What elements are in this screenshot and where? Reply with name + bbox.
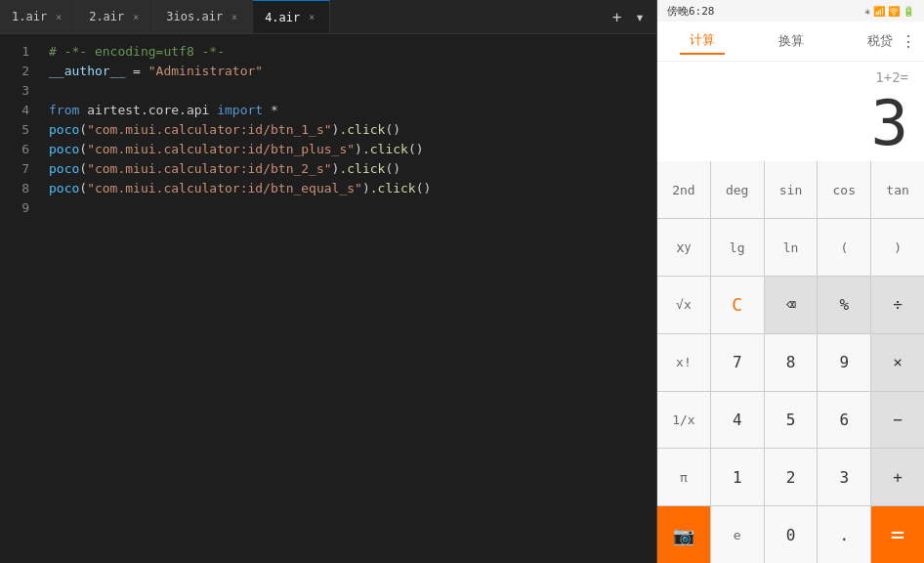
tab-2air[interactable]: 2.air × [77, 0, 154, 33]
tab-bar: 1.air × 2.air × 3ios.air × 4.air × + ▾ [0, 0, 656, 34]
status-time: 傍晚6:28 [667, 4, 715, 19]
line-num-7: 7 [0, 159, 29, 179]
calc-btn-reciprocal[interactable]: 1/x [657, 392, 710, 449]
calc-nav-shuijie[interactable]: 税贷 [858, 28, 903, 54]
calc-btn-add[interactable]: + [871, 449, 924, 505]
calc-btn-pi[interactable]: π [657, 449, 710, 505]
calc-btn-backspace[interactable]: ⌫ [765, 277, 818, 333]
line-num-1: 1 [0, 42, 29, 62]
code-str-4: "com.miui.calculator:id/btn_equal_s" [87, 181, 362, 195]
calc-result: 3 [673, 89, 908, 157]
calc-nav-jisuanji[interactable]: 计算 [680, 27, 725, 55]
calculator-app: 计算 换算 税贷 ⋮ 1+2= 3 2nd deg sin cos tan xy… [657, 22, 924, 563]
tab-3iosair-label: 3ios.air [166, 10, 223, 23]
calc-btn-deg[interactable]: deg [711, 161, 764, 218]
line-num-6: 6 [0, 140, 29, 159]
tab-3iosair-close[interactable]: × [229, 11, 240, 23]
code-content[interactable]: # -*- encoding=utf8 -*- __author__ = "Ad… [37, 34, 656, 563]
calc-btn-subtract[interactable]: − [871, 392, 924, 449]
tab-2air-close[interactable]: × [130, 11, 142, 23]
calc-btn-e[interactable]: e [711, 506, 764, 563]
calc-btn-2[interactable]: 2 [765, 449, 818, 505]
new-tab-button[interactable]: + [609, 6, 626, 28]
calc-btn-tan[interactable]: tan [871, 161, 924, 218]
signal-icon: 📶 [873, 6, 885, 17]
code-paren-4a: ( [79, 181, 87, 195]
calc-btn-equals[interactable]: = [871, 506, 924, 563]
code-star: * [263, 103, 278, 117]
line-num-3: 3 [0, 81, 29, 101]
tab-1air[interactable]: 1.air × [0, 0, 77, 33]
code-line-9 [49, 198, 656, 218]
calc-btn-factorial[interactable]: x! [657, 334, 710, 391]
code-import: import [217, 103, 263, 117]
phone-panel: 傍晚6:28 ✳ 📶 🛜 🔋 计算 换算 税贷 ⋮ 1+2= 3 2nd deg… [656, 0, 924, 563]
code-paren-4b: ) [362, 181, 370, 195]
tab-4air-close[interactable]: × [306, 11, 317, 23]
code-from: from [49, 103, 79, 117]
calc-btn-3[interactable]: 3 [818, 449, 870, 505]
calc-btn-1[interactable]: 1 [711, 449, 764, 505]
code-click-2: .click [362, 142, 408, 156]
line-numbers: 1 2 3 4 5 6 7 8 9 [0, 34, 37, 563]
calc-btn-6[interactable]: 6 [818, 392, 870, 449]
code-author-var: __author__ [49, 64, 125, 78]
calc-btn-sqrt[interactable]: √x [657, 277, 710, 333]
code-line-3 [49, 81, 656, 101]
code-comment-1: # -*- encoding=utf8 -*- [49, 44, 225, 59]
code-click-1: .click [339, 122, 385, 137]
code-line-1: # -*- encoding=utf8 -*- [49, 42, 656, 62]
calc-btn-cos[interactable]: cos [818, 161, 870, 218]
calc-btn-sin[interactable]: sin [765, 161, 818, 218]
code-line-6: poco("com.miui.calculator:id/btn_plus_s"… [49, 140, 656, 159]
bluetooth-icon: ✳ [864, 6, 870, 17]
line-num-8: 8 [0, 179, 29, 198]
code-click-3: .click [339, 161, 385, 176]
code-click-paren-3: () [385, 161, 400, 176]
tab-2air-label: 2.air [89, 10, 124, 23]
calc-btn-ln[interactable]: ln [765, 219, 818, 276]
code-line-4: from airtest.core.api import * [49, 101, 656, 120]
line-num-4: 4 [0, 101, 29, 120]
calc-btn-2nd[interactable]: 2nd [657, 161, 710, 218]
calc-nav: 计算 换算 税贷 ⋮ [657, 22, 924, 62]
code-line-2: __author__ = "Administrator" [49, 62, 656, 81]
code-module: airtest.core.api [79, 103, 217, 117]
calc-btn-7[interactable]: 7 [711, 334, 764, 391]
line-num-9: 9 [0, 198, 29, 218]
calc-btn-xpow[interactable]: xy [657, 219, 710, 276]
code-paren-1a: ( [79, 122, 87, 137]
calc-buttons: 2nd deg sin cos tan xy lg ln ( ) √x C ⌫ … [657, 161, 924, 563]
calc-menu-button[interactable]: ⋮ [901, 32, 916, 51]
code-str-3: "com.miui.calculator:id/btn_2_s" [87, 161, 331, 176]
code-line-5: poco("com.miui.calculator:id/btn_1_s").c… [49, 120, 656, 140]
calc-btn-dot[interactable]: . [818, 506, 870, 563]
calc-btn-lg[interactable]: lg [711, 219, 764, 276]
calc-btn-rparen[interactable]: ) [871, 219, 924, 276]
code-author-val: "Administrator" [148, 64, 263, 78]
code-paren-2b: ) [355, 142, 362, 156]
tab-1air-close[interactable]: × [53, 11, 64, 23]
editor-panel: 1.air × 2.air × 3ios.air × 4.air × + ▾ 1… [0, 0, 656, 563]
calc-btn-8[interactable]: 8 [765, 334, 818, 391]
calc-btn-lparen[interactable]: ( [818, 219, 870, 276]
code-str-2: "com.miui.calculator:id/btn_plus_s" [87, 142, 355, 156]
wifi-icon: 🛜 [888, 6, 900, 17]
tab-dropdown-button[interactable]: ▾ [631, 6, 649, 28]
calc-btn-multiply[interactable]: × [871, 334, 924, 391]
code-poco-4: poco [49, 181, 79, 195]
calc-expression: 1+2= [673, 69, 908, 89]
tab-3iosair[interactable]: 3ios.air × [154, 0, 253, 33]
code-poco-1: poco [49, 122, 79, 137]
calc-nav-huansuan[interactable]: 换算 [769, 28, 814, 54]
calc-btn-camera[interactable]: 📷 [657, 506, 710, 563]
calc-btn-clear[interactable]: C [711, 277, 764, 333]
calc-btn-percent[interactable]: % [818, 277, 870, 333]
code-paren-3a: ( [79, 161, 87, 176]
tab-4air[interactable]: 4.air × [253, 0, 330, 33]
calc-btn-4[interactable]: 4 [711, 392, 764, 449]
calc-btn-5[interactable]: 5 [765, 392, 818, 449]
calc-btn-0[interactable]: 0 [765, 506, 818, 563]
calc-btn-divide[interactable]: ÷ [871, 277, 924, 333]
calc-btn-9[interactable]: 9 [818, 334, 870, 391]
